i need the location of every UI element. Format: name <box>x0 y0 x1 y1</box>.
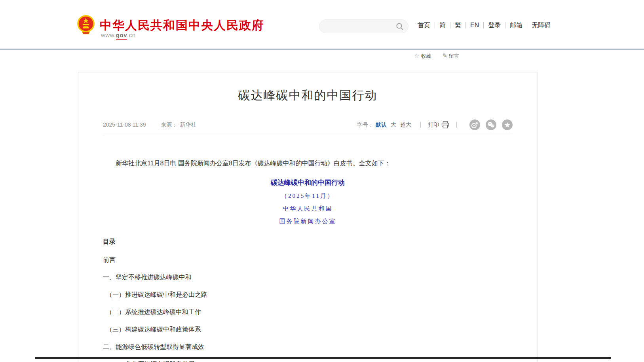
divider <box>420 122 421 128</box>
search-input[interactable] <box>326 20 393 33</box>
font-size-label: 字号： <box>357 121 374 129</box>
pencil-icon: ✎ <box>442 52 447 59</box>
document-issuer-line2: 国务院新闻办公室 <box>103 218 513 225</box>
nav-item-login[interactable]: 登录 <box>484 22 505 28</box>
document-date-line: （2025年11月） <box>103 192 513 200</box>
search-icon[interactable] <box>396 23 404 30</box>
font-size-default[interactable]: 默认 <box>376 121 387 129</box>
viewport-bottom-edge-line <box>35 357 611 359</box>
source-name[interactable]: 新华社 <box>180 121 196 128</box>
document-title: 碳达峰碳中和的中国行动 <box>103 178 513 187</box>
article-title: 碳达峰碳中和的中国行动 <box>103 87 513 104</box>
more-share-icon[interactable] <box>502 119 513 130</box>
source-label: 来源： <box>161 121 177 128</box>
nav-item-english[interactable]: EN <box>466 22 484 28</box>
search-box <box>319 19 408 33</box>
share-icons <box>464 119 513 130</box>
weibo-share-icon[interactable] <box>469 119 480 130</box>
site-url-www: www. <box>101 32 116 38</box>
site-url: www.gov.cn <box>101 32 136 38</box>
font-size-large[interactable]: 大 <box>391 121 396 129</box>
star-icon: ☆ <box>414 52 419 59</box>
site-url-cn: .cn <box>127 32 136 38</box>
article-meta-row: 2025-11-08 11:39 来源： 新华社 字号： 默认 大 超大 打印 <box>103 119 513 135</box>
print-button[interactable]: 打印 <box>428 121 449 129</box>
printer-icon <box>441 121 449 129</box>
publish-time: 2025-11-08 11:39 <box>103 121 146 128</box>
header-divider-line <box>0 49 644 49</box>
toc-heading: 目录 <box>103 238 513 246</box>
article-card: 碳达峰碳中和的中国行动 2025-11-08 11:39 来源： 新华社 字号：… <box>78 72 538 362</box>
article-meta-left: 2025-11-08 11:39 来源： 新华社 <box>103 121 196 129</box>
toc-item-section2-1: （一）非化石能源实现跃升发展 <box>103 360 513 362</box>
header-nav: 首页 简 繁 EN 登录 邮箱 无障碍 <box>413 22 555 28</box>
site-url-gov: gov <box>116 32 127 40</box>
nav-item-home[interactable]: 首页 <box>413 22 435 28</box>
wechat-share-icon[interactable] <box>486 119 496 130</box>
nav-item-simplified[interactable]: 简 <box>435 22 450 28</box>
nav-item-traditional[interactable]: 繁 <box>450 22 466 28</box>
article-meta-right: 字号： 默认 大 超大 打印 <box>357 119 513 130</box>
comment-button[interactable]: ✎留言 <box>442 53 459 59</box>
favorite-label: 收藏 <box>421 53 431 59</box>
comment-label: 留言 <box>449 53 459 59</box>
nav-item-accessibility[interactable]: 无障碍 <box>527 22 555 28</box>
site-header: 中华人民共和国中央人民政府 www.gov.cn 首页 简 繁 EN 登录 邮箱… <box>0 0 644 49</box>
document-issuer-line1: 中华人民共和国 <box>103 205 513 212</box>
favorite-button[interactable]: ☆收藏 <box>414 53 431 59</box>
nav-item-mailbox[interactable]: 邮箱 <box>505 22 527 28</box>
font-size-xlarge[interactable]: 超大 <box>400 121 411 129</box>
toc-item-section1: 一、坚定不移推进碳达峰碳中和 <box>103 273 513 282</box>
divider <box>456 122 457 128</box>
lead-paragraph: 新华社北京11月8日电 国务院新闻办公室8日发布《碳达峰碳中和的中国行动》白皮书… <box>103 159 513 168</box>
national-emblem-logo[interactable] <box>76 14 96 35</box>
toc-item-section1-3: （三）构建碳达峰碳中和政策体系 <box>103 325 513 334</box>
toc-item-section1-1: （一）推进碳达峰碳中和是必由之路 <box>103 290 513 299</box>
toc-item-preface: 前言 <box>103 256 513 264</box>
page-action-bar: ☆收藏 ✎留言 <box>78 52 459 60</box>
print-label: 打印 <box>428 121 439 129</box>
site-title[interactable]: 中华人民共和国中央人民政府 <box>100 17 264 34</box>
toc-item-section2: 二、能源绿色低碳转型取得显著成效 <box>103 343 513 351</box>
toc-item-section1-2: （二）系统推进碳达峰碳中和工作 <box>103 308 513 317</box>
